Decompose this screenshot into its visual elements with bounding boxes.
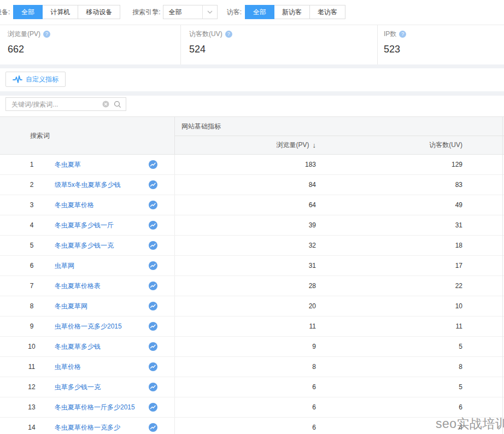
column-header-uv[interactable]: 访客数(UV) (316, 140, 462, 150)
row-rank: 7 (22, 282, 42, 290)
visitor-option-new[interactable]: 新访客 (274, 5, 310, 19)
table-row: 7 冬虫夏草价格表 28 22 (0, 276, 504, 296)
keyword-cell: 6 虫草网 (0, 256, 175, 275)
table-row: 11 虫草价格 8 8 (0, 357, 504, 377)
filter-bar: 设备: 全部 计算机 移动设备 搜索引擎: 全部 访客: 全部 新访客 老访客 (0, 5, 345, 19)
pv-value-cell: 20 (175, 296, 316, 316)
stat-uv-label-row: 访客数(UV) (189, 30, 377, 39)
table-row: 3 冬虫夏草价格 64 49 (0, 195, 504, 215)
trend-chart-icon[interactable] (149, 322, 157, 331)
keyword-cell: 13 冬虫夏草价格一斤多少2015 (0, 397, 175, 417)
keyword-link[interactable]: 虫草多少钱一克 (55, 383, 101, 392)
keyword-link[interactable]: 冬虫夏草价格表 (55, 281, 101, 291)
trend-chart-icon[interactable] (149, 201, 157, 209)
clear-input-icon[interactable] (102, 101, 109, 108)
keyword-link[interactable]: 级草5x冬虫夏草多少钱 (55, 180, 121, 190)
keyword-link[interactable]: 冬虫夏草价格 (55, 201, 94, 210)
trend-chart-icon[interactable] (149, 403, 157, 412)
keyword-link[interactable]: 虫草价格 (55, 362, 81, 372)
column-header-pv[interactable]: 浏览量(PV) ↓ (175, 140, 316, 150)
keyword-link[interactable]: 冬虫夏草网 (55, 302, 87, 311)
keyword-link[interactable]: 冬虫夏草多少钱一斤 (55, 221, 114, 230)
stat-pv-value: 662 (8, 44, 180, 55)
uv-value-cell: 49 (316, 195, 462, 215)
keyword-report-panel: 搜索词 网站基础指标 浏览量(PV) ↓ 访客数(UV) 1 冬虫夏草 (0, 96, 504, 434)
table-row: 1 冬虫夏草 183 129 (0, 155, 504, 175)
metrics-group-header: 网站基础指标 (175, 117, 504, 136)
visitor-filter-label: 访客: (227, 8, 242, 17)
device-filter-label: 设备: (0, 8, 10, 17)
filter-stats-panel: 设备: 全部 计算机 移动设备 搜索引擎: 全部 访客: 全部 新访客 老访客 … (0, 0, 504, 64)
trend-chart-icon[interactable] (149, 423, 157, 432)
trend-chart-icon[interactable] (149, 383, 157, 391)
keyword-link[interactable]: 冬虫夏草 (55, 160, 81, 169)
keyword-cell: 12 虫草多少钱一克 (0, 377, 175, 397)
pv-value-cell: 84 (175, 175, 316, 195)
device-option-all[interactable]: 全部 (13, 5, 43, 19)
keyword-link[interactable]: 冬虫夏草价格一克多少 (55, 423, 120, 432)
keyword-cell: 9 虫草价格一克多少2015 (0, 316, 175, 336)
custom-metric-button[interactable]: 自定义指标 (5, 72, 66, 87)
stat-pv-label-row: 浏览量(PV) (8, 30, 180, 39)
stat-uv-label: 访客数(UV) (189, 30, 222, 39)
keyword-cell: 10 冬虫夏草多少钱 (0, 337, 175, 356)
trend-chart-icon[interactable] (149, 241, 157, 250)
uv-value-cell: 6 (316, 397, 462, 417)
stat-pv: 浏览量(PV) 662 (0, 25, 180, 64)
pv-value-cell: 6 (175, 377, 316, 397)
trend-chart-icon[interactable] (149, 302, 157, 310)
trend-chart-icon[interactable] (149, 221, 157, 230)
row-rank: 13 (22, 403, 42, 411)
keyword-link[interactable]: 冬虫夏草多少钱 (55, 342, 101, 351)
keyword-link[interactable]: 虫草价格一克多少2015 (55, 322, 122, 331)
uv-value-cell: 5 (316, 337, 462, 356)
stat-ip: IP数 523 (377, 25, 504, 64)
row-rank: 9 (22, 322, 42, 330)
watermark-text: seo实战培训 (436, 415, 504, 432)
search-icon[interactable] (114, 101, 121, 108)
trend-chart-icon[interactable] (149, 362, 157, 371)
uv-value-cell: 11 (316, 316, 462, 336)
help-icon[interactable] (399, 31, 406, 38)
row-rank: 3 (22, 201, 42, 209)
device-option-pc[interactable]: 计算机 (43, 5, 78, 19)
uv-value-cell: 17 (316, 256, 462, 275)
keyword-link[interactable]: 冬虫夏草价格一斤多少2015 (55, 403, 135, 412)
keyword-search-box (5, 97, 126, 111)
pv-value-cell: 64 (175, 195, 316, 215)
table-row: 9 虫草价格一克多少2015 11 11 (0, 316, 504, 337)
help-icon[interactable] (225, 31, 232, 38)
pv-value-cell: 6 (175, 397, 316, 417)
trend-chart-icon[interactable] (149, 342, 157, 351)
visitor-option-all[interactable]: 全部 (245, 5, 274, 19)
row-rank: 8 (22, 302, 42, 310)
trend-chart-icon[interactable] (149, 261, 157, 270)
keyword-link[interactable]: 虫草网 (55, 261, 74, 271)
pulse-waveform-icon (13, 75, 22, 84)
row-rank: 11 (22, 363, 42, 371)
device-option-mobile[interactable]: 移动设备 (78, 5, 120, 19)
stat-pv-label: 浏览量(PV) (8, 30, 40, 39)
search-engine-selected-value: 全部 (163, 8, 202, 17)
trend-chart-icon[interactable] (149, 160, 157, 169)
help-icon[interactable] (43, 31, 50, 38)
trend-chart-icon[interactable] (149, 180, 157, 189)
trend-chart-icon[interactable] (149, 281, 157, 290)
search-engine-select[interactable]: 全部 (163, 5, 218, 19)
device-filter-group: 全部 计算机 移动设备 (13, 5, 120, 19)
search-engine-filter-label: 搜索引擎: (132, 8, 160, 17)
visitor-filter-group: 全部 新访客 老访客 (245, 5, 345, 19)
keyword-search-input[interactable] (10, 100, 98, 109)
column-header-pv-label: 浏览量(PV) (277, 140, 309, 150)
keyword-cell: 5 冬虫夏草多少钱一克 (0, 236, 175, 255)
table-row: 8 冬虫夏草网 20 10 (0, 296, 504, 316)
keyword-link[interactable]: 冬虫夏草多少钱一克 (55, 241, 114, 250)
keyword-cell: 3 冬虫夏草价格 (0, 195, 175, 215)
table-header: 搜索词 网站基础指标 浏览量(PV) ↓ 访客数(UV) (0, 116, 504, 155)
visitor-option-returning[interactable]: 老访客 (310, 5, 345, 19)
table-row: 4 冬虫夏草多少钱一斤 39 31 (0, 215, 504, 236)
row-rank: 14 (22, 424, 42, 431)
table-row: 14 冬虫夏草价格一克多少 6 4 (0, 418, 504, 434)
uv-value-cell: 129 (316, 155, 462, 174)
chevron-down-icon[interactable] (202, 5, 217, 19)
